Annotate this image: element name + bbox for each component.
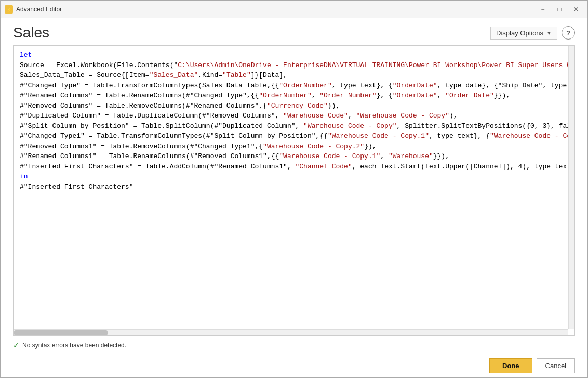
scrollbar-thumb [14, 330, 108, 335]
close-button[interactable]: ✕ [569, 4, 583, 15]
code-line: let [16, 50, 572, 60]
code-line: #"Duplicated Column" = Table.DuplicateCo… [16, 111, 572, 121]
title-bar: ⚡ Advanced Editor − □ ✕ [1, 1, 587, 18]
code-line: Source = Excel.Workbook(File.Contents("C… [16, 60, 572, 71]
check-icon: ✓ [13, 341, 19, 349]
title-bar-text: Advanced Editor [16, 6, 536, 13]
query-name-title: Sales [13, 24, 490, 41]
vertical-scrollbar[interactable] [568, 46, 574, 329]
status-bar: ✓ No syntax errors have been detected. [1, 336, 587, 354]
svg-text:⚡: ⚡ [7, 7, 12, 12]
code-line: #"Renamed Columns1" = Table.RenameColumn… [16, 151, 572, 162]
help-icon: ? [566, 29, 570, 37]
maximize-button[interactable]: □ [552, 4, 567, 15]
status-message: No syntax errors have been detected. [22, 342, 126, 349]
header: Sales Display Options ▼ ? [1, 18, 587, 45]
code-line: Sales_Data_Table = Source{[Item="Sales_D… [16, 70, 572, 81]
display-options-button[interactable]: Display Options ▼ [490, 27, 557, 40]
display-options-label: Display Options [496, 29, 543, 37]
app-icon: ⚡ [5, 5, 13, 14]
done-button[interactable]: Done [489, 358, 532, 373]
code-line: in [16, 172, 572, 182]
help-button[interactable]: ? [562, 26, 575, 40]
cancel-button[interactable]: Cancel [537, 358, 575, 373]
code-editor[interactable]: let Source = Excel.Workbook(File.Content… [13, 45, 575, 336]
window-controls: − □ ✕ [536, 4, 583, 15]
code-line: #"Removed Columns" = Table.RemoveColumns… [16, 101, 572, 111]
code-content[interactable]: let Source = Excel.Workbook(File.Content… [14, 46, 574, 335]
minimize-button[interactable]: − [536, 4, 550, 15]
code-line: #"Split Column by Position" = Table.Spli… [16, 121, 572, 132]
advanced-editor-window: ⚡ Advanced Editor − □ ✕ Sales Display Op… [0, 0, 588, 378]
code-line: #"Renamed Columns" = Table.RenameColumns… [16, 90, 572, 101]
code-line: #"Inserted First Characters" = Table.Add… [16, 162, 572, 172]
code-line: #"Changed Type" = Table.TransformColumnT… [16, 81, 572, 91]
code-line: #"Removed Columns1" = Table.RemoveColumn… [16, 141, 572, 152]
horizontal-scrollbar[interactable] [14, 329, 568, 335]
chevron-down-icon: ▼ [546, 30, 552, 36]
code-line: #"Changed Type1" = Table.TransformColumn… [16, 131, 572, 141]
code-line: #"Inserted First Characters" [16, 182, 572, 192]
footer: Done Cancel [1, 354, 587, 377]
